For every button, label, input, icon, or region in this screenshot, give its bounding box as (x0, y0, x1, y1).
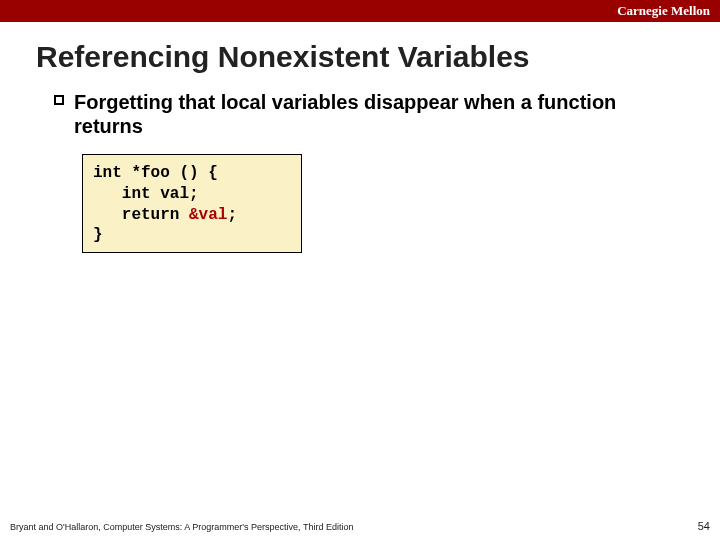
bullet-text: Forgetting that local variables disappea… (74, 90, 684, 138)
code-text: return (93, 206, 189, 224)
code-highlight: &val (189, 206, 227, 224)
code-line: int *foo () { (93, 163, 291, 184)
code-text: ; (227, 206, 237, 224)
code-line: } (93, 225, 291, 246)
footer: Bryant and O'Hallaron, Computer Systems:… (10, 520, 710, 532)
page-number: 54 (698, 520, 710, 532)
institution-label: Carnegie Mellon (617, 3, 710, 19)
code-line: return &val; (93, 205, 291, 226)
footer-attribution: Bryant and O'Hallaron, Computer Systems:… (10, 522, 353, 532)
page-title: Referencing Nonexistent Variables (0, 22, 720, 84)
slide: Carnegie Mellon Referencing Nonexistent … (0, 0, 720, 540)
bullet-item: Forgetting that local variables disappea… (54, 90, 684, 138)
slide-body: Forgetting that local variables disappea… (0, 90, 720, 253)
code-block: int *foo () { int val; return &val; } (82, 154, 302, 253)
code-line: int val; (93, 184, 291, 205)
square-bullet-icon (54, 95, 64, 105)
header-bar: Carnegie Mellon (0, 0, 720, 22)
